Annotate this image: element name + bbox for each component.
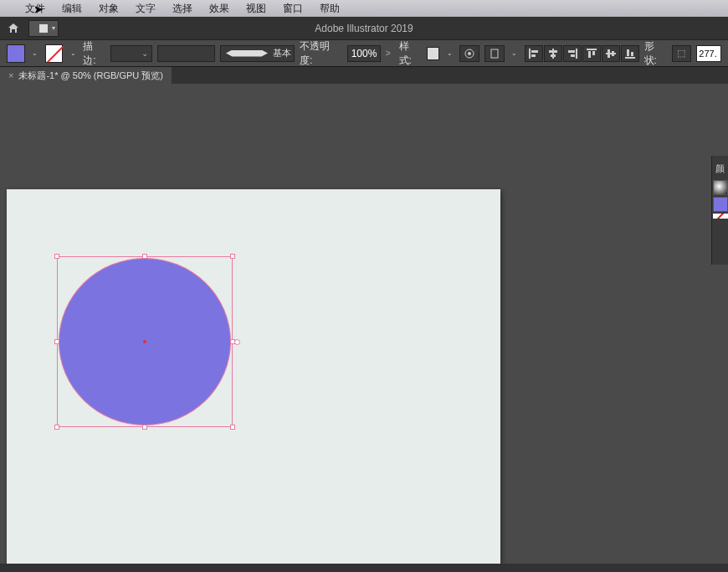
- resize-handle-tr[interactable]: [230, 254, 235, 259]
- opacity-input[interactable]: 100%: [347, 45, 381, 62]
- svg-rect-16: [608, 49, 610, 58]
- app-bar: Adobe Illustrator 2019: [0, 17, 728, 40]
- align-left-button[interactable]: [525, 45, 543, 62]
- align-bottom-button[interactable]: [621, 45, 639, 62]
- stroke-weight-input[interactable]: [110, 45, 152, 62]
- svg-rect-7: [549, 50, 557, 53]
- workspace[interactable]: 颜: [0, 84, 728, 572]
- resize-handle-tl[interactable]: [54, 254, 59, 259]
- fill-color-swatch[interactable]: [7, 44, 25, 63]
- menu-file[interactable]: 文件: [17, 0, 54, 18]
- svg-rect-20: [631, 52, 633, 56]
- live-corner-widget[interactable]: [234, 339, 240, 345]
- resize-handle-lm[interactable]: [54, 339, 59, 344]
- menu-select[interactable]: 选择: [164, 0, 201, 18]
- document-tab-bar: × 未标题-1* @ 50% (RGB/GPU 预览): [0, 67, 728, 84]
- menu-help[interactable]: 帮助: [311, 0, 348, 18]
- profile-shape-icon: [226, 50, 268, 57]
- menu-effect[interactable]: 效果: [201, 0, 238, 18]
- stroke-label: 描边:: [83, 39, 105, 68]
- align-hcenter-button[interactable]: [544, 45, 562, 62]
- svg-rect-15: [606, 53, 616, 54]
- resize-handle-bl[interactable]: [54, 425, 59, 430]
- svg-rect-17: [612, 51, 614, 56]
- align-top-button[interactable]: [582, 45, 601, 62]
- svg-rect-2: [491, 49, 498, 58]
- resize-handle-tm[interactable]: [142, 254, 147, 259]
- svg-rect-5: [531, 54, 536, 57]
- recolor-button[interactable]: [459, 45, 479, 62]
- stroke-variable-width[interactable]: [157, 45, 215, 62]
- svg-rect-11: [571, 54, 575, 57]
- panel-tab-color[interactable]: 颜: [712, 162, 728, 175]
- workspace-switcher[interactable]: [28, 20, 59, 37]
- shape-label: 形状:: [644, 39, 667, 68]
- panel-stroke-indicator[interactable]: [713, 214, 728, 219]
- right-panel-dock[interactable]: 颜: [711, 156, 728, 265]
- tab-title: 未标题-1* @ 50% (RGB/GPU 预览): [18, 70, 163, 82]
- style-swatch[interactable]: [427, 47, 440, 60]
- artboard[interactable]: [7, 189, 500, 566]
- stroke-profile[interactable]: 基本: [220, 45, 295, 62]
- status-bar: [0, 564, 728, 572]
- panel-gradient-thumb[interactable]: [713, 180, 728, 195]
- menu-bar: ➤ 文件 编辑 对象 文字 选择 效果 视图 窗口 帮助: [0, 0, 728, 17]
- control-bar: ⌄ ⌄ 描边: 基本 不透明度: 100% > 样式: ⌄ ⌄ 形状: ⬚ 27…: [0, 40, 728, 67]
- svg-rect-18: [625, 57, 635, 59]
- align-vcenter-button[interactable]: [602, 45, 620, 62]
- style-dropdown[interactable]: ⌄: [444, 44, 454, 63]
- align-group: [525, 45, 639, 62]
- panel-fill-swatch[interactable]: [713, 197, 728, 212]
- svg-rect-10: [568, 50, 575, 53]
- home-button[interactable]: [3, 18, 23, 39]
- resize-handle-br[interactable]: [230, 425, 235, 430]
- menu-edit[interactable]: 编辑: [54, 0, 90, 18]
- app-title: Adobe Illustrator 2019: [315, 23, 413, 34]
- svg-rect-9: [576, 49, 577, 59]
- svg-rect-4: [531, 50, 538, 53]
- fill-dropdown[interactable]: ⌄: [30, 44, 40, 63]
- shape-width-input[interactable]: 277.: [696, 45, 721, 62]
- document-setup-button[interactable]: [484, 45, 505, 62]
- opacity-arrow-icon[interactable]: >: [386, 49, 391, 58]
- menu-object[interactable]: 对象: [90, 0, 127, 18]
- menu-view[interactable]: 视图: [238, 0, 274, 18]
- shape-link-button[interactable]: ⬚: [672, 45, 692, 62]
- svg-rect-14: [592, 51, 595, 55]
- stroke-dropdown[interactable]: ⌄: [68, 44, 78, 63]
- svg-rect-13: [588, 51, 591, 58]
- svg-rect-12: [587, 49, 597, 50]
- svg-rect-3: [529, 49, 531, 59]
- menu-type[interactable]: 文字: [127, 0, 164, 18]
- align-right-button[interactable]: [563, 45, 582, 62]
- svg-point-1: [468, 52, 471, 55]
- selection-bounding-box[interactable]: [57, 256, 233, 427]
- svg-rect-6: [552, 49, 554, 59]
- svg-rect-19: [627, 49, 629, 56]
- opacity-label: 不透明度:: [300, 39, 342, 68]
- resize-handle-bm[interactable]: [142, 425, 147, 430]
- stroke-color-swatch[interactable]: [45, 44, 64, 63]
- document-tab[interactable]: × 未标题-1* @ 50% (RGB/GPU 预览): [0, 67, 172, 84]
- menu-window[interactable]: 窗口: [274, 0, 311, 18]
- style-label: 样式:: [399, 39, 422, 68]
- center-point-icon: [143, 340, 146, 343]
- svg-rect-8: [551, 54, 556, 57]
- tab-close-button[interactable]: ×: [8, 70, 13, 80]
- doc-dropdown[interactable]: ⌄: [510, 44, 520, 63]
